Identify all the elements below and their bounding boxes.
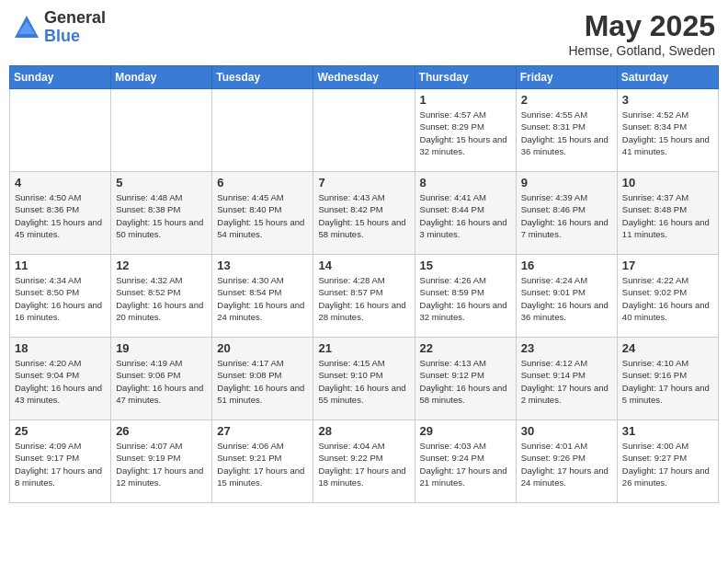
day-detail: Sunrise: 4:06 AM Sunset: 9:21 PM Dayligh… xyxy=(217,440,308,488)
calendar-cell: 2Sunrise: 4:55 AM Sunset: 8:31 PM Daylig… xyxy=(516,89,617,172)
logo-blue-text: Blue xyxy=(44,28,106,46)
calendar-cell: 16Sunrise: 4:24 AM Sunset: 9:01 PM Dayli… xyxy=(516,255,617,338)
calendar-cell: 30Sunrise: 4:01 AM Sunset: 9:26 PM Dayli… xyxy=(516,420,617,503)
calendar-cell: 6Sunrise: 4:45 AM Sunset: 8:40 PM Daylig… xyxy=(212,172,313,255)
calendar-week-row: 4Sunrise: 4:50 AM Sunset: 8:36 PM Daylig… xyxy=(10,172,719,255)
day-number: 14 xyxy=(318,259,409,272)
calendar-cell: 19Sunrise: 4:19 AM Sunset: 9:06 PM Dayli… xyxy=(111,338,212,420)
day-number: 4 xyxy=(15,176,106,190)
calendar-cell xyxy=(212,89,313,172)
day-number: 30 xyxy=(521,424,612,438)
calendar-cell: 13Sunrise: 4:30 AM Sunset: 8:54 PM Dayli… xyxy=(212,255,313,338)
day-detail: Sunrise: 4:24 AM Sunset: 9:01 PM Dayligh… xyxy=(521,274,612,323)
calendar-cell: 28Sunrise: 4:04 AM Sunset: 9:22 PM Dayli… xyxy=(313,420,415,503)
day-detail: Sunrise: 4:43 AM Sunset: 8:42 PM Dayligh… xyxy=(318,191,409,240)
day-detail: Sunrise: 4:41 AM Sunset: 8:44 PM Dayligh… xyxy=(420,191,511,240)
weekday-header-thursday: Thursday xyxy=(415,66,516,89)
day-number: 17 xyxy=(622,259,713,272)
day-detail: Sunrise: 4:13 AM Sunset: 9:12 PM Dayligh… xyxy=(420,357,511,406)
day-detail: Sunrise: 4:45 AM Sunset: 8:40 PM Dayligh… xyxy=(217,191,308,240)
day-detail: Sunrise: 4:00 AM Sunset: 9:27 PM Dayligh… xyxy=(622,440,713,488)
day-number: 1 xyxy=(420,93,511,107)
calendar-week-row: 18Sunrise: 4:20 AM Sunset: 9:04 PM Dayli… xyxy=(10,338,719,420)
day-detail: Sunrise: 4:04 AM Sunset: 9:22 PM Dayligh… xyxy=(318,440,409,488)
day-detail: Sunrise: 4:52 AM Sunset: 8:34 PM Dayligh… xyxy=(622,109,713,157)
calendar-cell: 11Sunrise: 4:34 AM Sunset: 8:50 PM Dayli… xyxy=(10,255,111,338)
logo-general-text: General xyxy=(44,9,106,28)
calendar-cell: 23Sunrise: 4:12 AM Sunset: 9:14 PM Dayli… xyxy=(516,338,617,420)
day-detail: Sunrise: 4:57 AM Sunset: 8:29 PM Dayligh… xyxy=(420,109,511,157)
day-number: 27 xyxy=(217,424,308,438)
day-number: 20 xyxy=(217,341,308,355)
day-detail: Sunrise: 4:10 AM Sunset: 9:16 PM Dayligh… xyxy=(622,357,713,406)
weekday-header-row: SundayMondayTuesdayWednesdayThursdayFrid… xyxy=(10,66,719,89)
day-number: 26 xyxy=(116,424,207,438)
day-number: 24 xyxy=(622,341,713,355)
weekday-header-sunday: Sunday xyxy=(10,66,111,89)
calendar-week-row: 1Sunrise: 4:57 AM Sunset: 8:29 PM Daylig… xyxy=(10,89,719,172)
day-detail: Sunrise: 4:32 AM Sunset: 8:52 PM Dayligh… xyxy=(116,274,207,323)
day-number: 13 xyxy=(217,259,308,272)
day-detail: Sunrise: 4:12 AM Sunset: 9:14 PM Dayligh… xyxy=(521,357,612,406)
calendar-cell: 15Sunrise: 4:26 AM Sunset: 8:59 PM Dayli… xyxy=(415,255,516,338)
day-number: 25 xyxy=(15,424,106,438)
day-number: 3 xyxy=(622,93,713,107)
day-detail: Sunrise: 4:50 AM Sunset: 8:36 PM Dayligh… xyxy=(15,191,106,240)
day-number: 28 xyxy=(318,424,409,438)
weekday-header-tuesday: Tuesday xyxy=(212,66,313,89)
calendar-cell xyxy=(111,89,212,172)
calendar-cell: 12Sunrise: 4:32 AM Sunset: 8:52 PM Dayli… xyxy=(111,255,212,338)
title-block: May 2025 Hemse, Gotland, Sweden xyxy=(568,9,715,58)
day-detail: Sunrise: 4:55 AM Sunset: 8:31 PM Dayligh… xyxy=(521,109,612,157)
day-detail: Sunrise: 4:09 AM Sunset: 9:17 PM Dayligh… xyxy=(15,440,106,488)
day-detail: Sunrise: 4:17 AM Sunset: 9:08 PM Dayligh… xyxy=(217,357,308,406)
day-number: 22 xyxy=(420,341,511,355)
calendar-cell: 14Sunrise: 4:28 AM Sunset: 8:57 PM Dayli… xyxy=(313,255,415,338)
day-number: 31 xyxy=(622,424,713,438)
calendar-cell: 10Sunrise: 4:37 AM Sunset: 8:48 PM Dayli… xyxy=(617,172,718,255)
day-detail: Sunrise: 4:48 AM Sunset: 8:38 PM Dayligh… xyxy=(116,191,207,240)
calendar-week-row: 11Sunrise: 4:34 AM Sunset: 8:50 PM Dayli… xyxy=(10,255,719,338)
day-detail: Sunrise: 4:39 AM Sunset: 8:46 PM Dayligh… xyxy=(521,191,612,240)
calendar-cell: 18Sunrise: 4:20 AM Sunset: 9:04 PM Dayli… xyxy=(10,338,111,420)
calendar-cell: 26Sunrise: 4:07 AM Sunset: 9:19 PM Dayli… xyxy=(111,420,212,503)
calendar-cell: 29Sunrise: 4:03 AM Sunset: 9:24 PM Dayli… xyxy=(415,420,516,503)
day-detail: Sunrise: 4:22 AM Sunset: 9:02 PM Dayligh… xyxy=(622,274,713,323)
calendar-cell: 1Sunrise: 4:57 AM Sunset: 8:29 PM Daylig… xyxy=(415,89,516,172)
day-number: 12 xyxy=(116,259,207,272)
calendar-cell: 8Sunrise: 4:41 AM Sunset: 8:44 PM Daylig… xyxy=(415,172,516,255)
day-detail: Sunrise: 4:37 AM Sunset: 8:48 PM Dayligh… xyxy=(622,191,713,240)
calendar-cell: 9Sunrise: 4:39 AM Sunset: 8:46 PM Daylig… xyxy=(516,172,617,255)
location: Hemse, Gotland, Sweden xyxy=(568,43,715,58)
day-number: 16 xyxy=(521,259,612,272)
calendar-cell: 31Sunrise: 4:00 AM Sunset: 9:27 PM Dayli… xyxy=(617,420,718,503)
weekday-header-friday: Friday xyxy=(516,66,617,89)
calendar-cell: 5Sunrise: 4:48 AM Sunset: 8:38 PM Daylig… xyxy=(111,172,212,255)
calendar-cell: 4Sunrise: 4:50 AM Sunset: 8:36 PM Daylig… xyxy=(10,172,111,255)
day-detail: Sunrise: 4:01 AM Sunset: 9:26 PM Dayligh… xyxy=(521,440,612,488)
day-number: 2 xyxy=(521,93,612,107)
day-detail: Sunrise: 4:28 AM Sunset: 8:57 PM Dayligh… xyxy=(318,274,409,323)
day-number: 19 xyxy=(116,341,207,355)
day-detail: Sunrise: 4:26 AM Sunset: 8:59 PM Dayligh… xyxy=(420,274,511,323)
calendar-cell xyxy=(313,89,415,172)
day-detail: Sunrise: 4:03 AM Sunset: 9:24 PM Dayligh… xyxy=(420,440,511,488)
day-detail: Sunrise: 4:19 AM Sunset: 9:06 PM Dayligh… xyxy=(116,357,207,406)
day-number: 23 xyxy=(521,341,612,355)
day-detail: Sunrise: 4:15 AM Sunset: 9:10 PM Dayligh… xyxy=(318,357,409,406)
day-detail: Sunrise: 4:07 AM Sunset: 9:19 PM Dayligh… xyxy=(116,440,207,488)
day-number: 9 xyxy=(521,176,612,190)
day-number: 15 xyxy=(420,259,511,272)
day-number: 5 xyxy=(116,176,207,190)
calendar-cell: 21Sunrise: 4:15 AM Sunset: 9:10 PM Dayli… xyxy=(313,338,415,420)
day-number: 18 xyxy=(15,341,106,355)
day-number: 11 xyxy=(15,259,106,272)
calendar-cell: 27Sunrise: 4:06 AM Sunset: 9:21 PM Dayli… xyxy=(212,420,313,503)
calendar-table: SundayMondayTuesdayWednesdayThursdayFrid… xyxy=(9,65,719,503)
day-detail: Sunrise: 4:30 AM Sunset: 8:54 PM Dayligh… xyxy=(217,274,308,323)
month-title: May 2025 xyxy=(568,9,715,43)
calendar-cell: 7Sunrise: 4:43 AM Sunset: 8:42 PM Daylig… xyxy=(313,172,415,255)
day-number: 10 xyxy=(622,176,713,190)
day-detail: Sunrise: 4:20 AM Sunset: 9:04 PM Dayligh… xyxy=(15,357,106,406)
weekday-header-wednesday: Wednesday xyxy=(313,66,415,89)
